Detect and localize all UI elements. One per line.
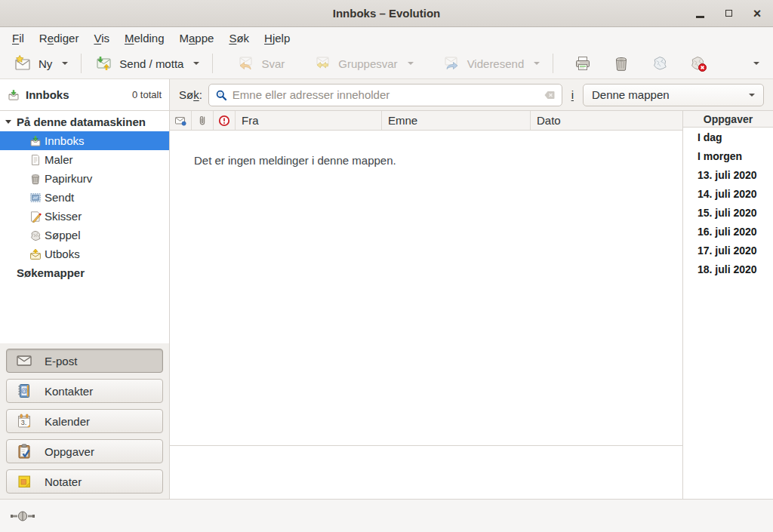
- menu-item-melding[interactable]: Melding: [117, 29, 172, 47]
- forward-icon: [442, 54, 460, 72]
- print-button[interactable]: [567, 51, 599, 75]
- new-button[interactable]: Ny: [8, 52, 74, 75]
- minimize-icon: [696, 16, 704, 17]
- chevron-down-icon: [408, 62, 414, 65]
- filter-band: Innboks 0 totalt Søk: i Denne mappen: [0, 79, 773, 111]
- mark-not-junk-button[interactable]: [682, 51, 714, 75]
- column-header-dato[interactable]: Dato: [531, 111, 682, 130]
- folder-item-utboks[interactable]: Utboks: [0, 244, 169, 263]
- search-scope-label: i: [571, 88, 574, 101]
- todo-pane: Oppgaver I dagI morgen13. juli 202014. j…: [683, 111, 773, 499]
- folder-header-count: 0 totalt: [132, 89, 162, 100]
- folder-item-sendt[interactable]: Sendt: [0, 188, 169, 207]
- priority-icon: [218, 115, 230, 127]
- folder-tree: På denne datamaskinenInnboksMalerPapirku…: [0, 111, 169, 343]
- folder-item-innboks[interactable]: Innboks: [0, 131, 169, 150]
- statusbar: [0, 499, 773, 532]
- todo-date-list: I dagI morgen13. juli 202014. juli 20201…: [683, 128, 773, 278]
- folder-item-maler[interactable]: Maler: [0, 150, 169, 169]
- switcher-kalender-button[interactable]: 3.Kalender: [6, 409, 163, 433]
- folder-label: Skisser: [45, 210, 82, 223]
- window-controls: ×: [690, 0, 767, 26]
- reply-button[interactable]: Svar: [230, 52, 291, 75]
- todo-date-i-dag: I dag: [683, 128, 773, 146]
- folder-item-skisser[interactable]: Skisser: [0, 207, 169, 226]
- switcher-e-post-button[interactable]: E-post: [6, 349, 163, 373]
- inbox-icon: [8, 89, 20, 101]
- folder-group-pa-denne-datamaskinen[interactable]: På denne datamaskinen: [0, 112, 169, 131]
- inbox-icon: [29, 135, 42, 147]
- search-entry[interactable]: [208, 84, 562, 106]
- folder-item-papirkurv[interactable]: Papirkurv: [0, 169, 169, 188]
- switcher-label: E-post: [45, 355, 77, 367]
- folder-label: Sendt: [45, 191, 74, 204]
- folder-label: På denne datamaskinen: [17, 115, 146, 128]
- menu-item-sok[interactable]: Søk: [221, 29, 257, 47]
- folder-label: Papirkurv: [45, 172, 92, 185]
- search-bar: Søk: i Denne mappen: [170, 79, 773, 111]
- delete-button[interactable]: [605, 51, 637, 75]
- column-header-read-status[interactable]: [170, 111, 192, 130]
- mail-icon: [16, 352, 32, 369]
- todo-date-14-juli-2020: 14. juli 2020: [683, 184, 773, 203]
- new-mail-icon: [14, 54, 32, 72]
- menu-item-hjelp[interactable]: Hjelp: [257, 29, 297, 47]
- search-input[interactable]: [233, 88, 538, 101]
- folder-header-title: Innboks: [26, 88, 69, 101]
- message-list-body: Det er ingen meldinger i denne mappen.: [170, 131, 682, 446]
- column-header-emne[interactable]: Emne: [382, 111, 531, 130]
- column-header-fra[interactable]: Fra: [236, 111, 382, 130]
- menu-item-fil[interactable]: Fil: [5, 29, 32, 47]
- delete-icon: [612, 54, 630, 72]
- online-status-icon[interactable]: [11, 510, 35, 522]
- menu-item-rediger[interactable]: Rediger: [32, 29, 87, 47]
- trash-icon: [29, 173, 42, 185]
- chevron-down-icon: [753, 62, 759, 65]
- todo-date-16-juli-2020: 16. juli 2020: [683, 222, 773, 241]
- menu-item-vis[interactable]: Vis: [86, 29, 117, 47]
- folder-label: Maler: [45, 153, 73, 166]
- folder-label: Utboks: [45, 248, 80, 260]
- window-title: Innboks – Evolution: [333, 7, 441, 20]
- menu-item-mappe[interactable]: Mappe: [172, 29, 222, 47]
- folder-group-sokemapper[interactable]: Søkemapper: [0, 263, 169, 282]
- mark-junk-button[interactable]: [644, 51, 676, 75]
- send-receive-button-label: Send / motta: [119, 57, 183, 70]
- folder-label: Søkemapper: [17, 266, 85, 279]
- calendar-icon: 3.: [16, 413, 32, 429]
- forward-button[interactable]: Videresend: [436, 52, 547, 75]
- minimize-button[interactable]: [690, 4, 710, 23]
- main-content: På denne datamaskinenInnboksMalerPapirku…: [0, 111, 773, 499]
- send-receive-button[interactable]: Send / motta: [88, 52, 205, 75]
- contacts-icon: @: [16, 383, 32, 399]
- printer-icon: [574, 54, 592, 72]
- reply-all-button[interactable]: Gruppesvar: [307, 52, 419, 75]
- maximize-icon: [725, 10, 732, 17]
- evolution-window: Innboks – Evolution × FilRedigerVisMeldi…: [0, 0, 773, 532]
- templates-icon: [29, 154, 42, 166]
- view-switcher: E-post@Kontakter3.KalenderOppgaverNotate…: [0, 343, 169, 499]
- column-header-attachment[interactable]: [192, 111, 214, 130]
- clear-search-icon[interactable]: [544, 89, 556, 101]
- close-button[interactable]: ×: [747, 4, 767, 23]
- not-junk-icon: [689, 54, 707, 72]
- folder-sidebar: På denne datamaskinenInnboksMalerPapirku…: [0, 111, 170, 499]
- switcher-kontakter-button[interactable]: @Kontakter: [6, 379, 163, 403]
- titlebar: Innboks – Evolution ×: [0, 0, 773, 27]
- column-header-priority[interactable]: [214, 111, 236, 130]
- search-scope-dropdown[interactable]: Denne mappen: [583, 84, 764, 106]
- column-header-label: Emne: [388, 114, 417, 127]
- search-scope-value: Denne mappen: [592, 88, 670, 101]
- toolbar: NySend / mottaSvarGruppesvarVideresend: [0, 48, 773, 79]
- overflow-button[interactable]: [744, 60, 765, 67]
- reply-all-icon: [313, 54, 331, 72]
- search-label: Søk:: [179, 88, 202, 101]
- expander-icon[interactable]: [5, 120, 11, 124]
- switcher-oppgaver-button[interactable]: Oppgaver: [6, 439, 163, 463]
- toolbar-separator: [553, 54, 553, 73]
- maximize-button[interactable]: [719, 4, 738, 23]
- switcher-label: Kontakter: [45, 385, 93, 398]
- folder-item-soppel[interactable]: Søppel: [0, 226, 169, 244]
- notes-icon: [16, 473, 32, 490]
- switcher-notater-button[interactable]: Notater: [6, 469, 163, 494]
